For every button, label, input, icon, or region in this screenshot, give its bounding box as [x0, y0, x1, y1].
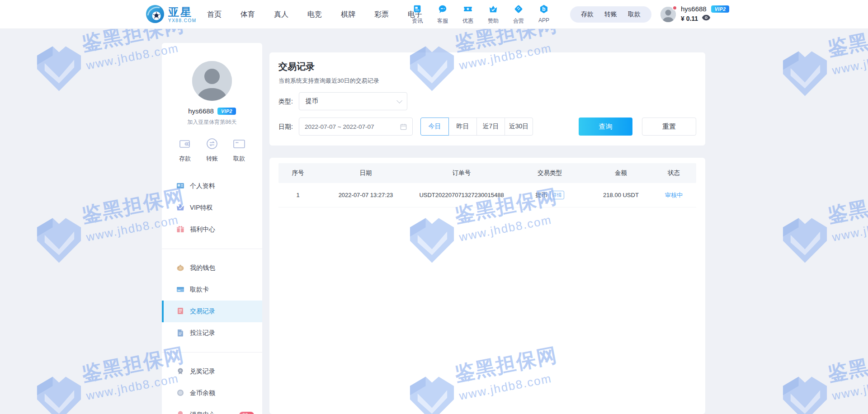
eye-icon[interactable]	[702, 14, 711, 23]
sidebar-item-transactions[interactable]: 交易记录	[162, 301, 262, 322]
partner-link[interactable]: 合营	[510, 4, 527, 25]
app-download-link[interactable]: b APP	[536, 4, 552, 25]
table-row: 1 2022-07-07 13:27:23 USDT20220707132723…	[278, 183, 696, 207]
col-status: 状态	[651, 163, 696, 183]
range-today-button[interactable]: 今日	[420, 118, 449, 136]
sidebar-item-welfare[interactable]: 福利中心	[162, 219, 262, 240]
vip-badge: VIP2	[711, 5, 730, 13]
cell-status[interactable]: 审核中	[651, 183, 696, 207]
document-icon	[176, 307, 184, 316]
sidebar-item-messages[interactable]: 消息中心 99+	[162, 404, 262, 414]
range-yesterday-button[interactable]: 昨日	[448, 118, 477, 136]
vip-badge: VIP2	[217, 108, 236, 115]
sponsor-link[interactable]: 赞助	[485, 4, 501, 25]
message-count-badge: 99+	[239, 412, 254, 414]
details-badge[interactable]: 详情	[550, 191, 564, 199]
promotions-link[interactable]: 优惠	[460, 4, 476, 25]
cell-type: 提币 详情	[509, 183, 590, 207]
nav-esports[interactable]: 电竞	[305, 10, 325, 19]
col-amount: 金额	[590, 163, 651, 183]
brand-logo[interactable]: 亚星 YX88.COM	[146, 5, 197, 25]
cell-amount: 218.00 USDT	[590, 183, 651, 207]
divider	[162, 352, 262, 353]
cell-date: 2022-07-07 13:27:23	[317, 183, 414, 207]
crown-icon	[488, 4, 498, 16]
sidebar-item-bet-records[interactable]: 投注记录	[162, 322, 262, 344]
range-7days-button[interactable]: 近7日	[476, 118, 505, 136]
bank-card-icon	[232, 137, 246, 152]
nav-sports[interactable]: 体育	[238, 10, 258, 19]
page-subtitle: 当前系统支持查询最近30日的交易记录	[278, 77, 379, 85]
news-link[interactable]: 资讯	[409, 4, 425, 25]
top-header: 亚星 YX88.COM 首页 体育 真人 电竞 棋牌 彩票 电子 资讯 客服	[0, 0, 868, 29]
header-quick-links: 资讯 客服 优惠 赞助 合营 b	[409, 4, 552, 25]
svg-text:b: b	[542, 6, 545, 12]
col-order: 订单号	[414, 163, 509, 183]
bell-icon	[176, 410, 184, 414]
withdraw-button[interactable]: 取款	[628, 10, 641, 19]
type-label: 类型:	[278, 92, 293, 110]
app-b-icon: b	[539, 4, 549, 16]
profile-sidebar: hys6688 VIP2 加入亚星体育第86天 存款 转账 取款 个人资料	[162, 43, 262, 414]
sidebar-quick-actions: 存款 转账 取款	[162, 137, 262, 163]
main-nav: 首页 体育 真人 电竞 棋牌 彩票 电子	[204, 0, 425, 29]
gift-icon	[176, 225, 184, 235]
table-header: 序号 日期 订单号 交易类型 金额 状态	[278, 163, 696, 183]
sidebar-item-wallet[interactable]: 我的钱包	[162, 257, 262, 279]
nav-lottery[interactable]: 彩票	[372, 10, 392, 19]
filter-card: 交易记录 当前系统支持查询最近30日的交易记录 类型: 提币 日期: 2022-…	[269, 52, 705, 146]
deposit-button[interactable]: 存款	[581, 10, 594, 19]
cell-order: USDT202207071327230015488	[414, 183, 509, 207]
nav-chess[interactable]: 棋牌	[338, 10, 358, 19]
chat-bubble-icon	[438, 4, 448, 16]
sidebar-item-profile[interactable]: 个人资料	[162, 175, 262, 197]
calendar-icon	[400, 123, 407, 130]
date-label: 日期:	[278, 118, 293, 136]
brand-domain: YX88.COM	[168, 19, 197, 23]
transfer-action[interactable]: 转账	[205, 137, 219, 163]
reset-button[interactable]: 重置	[642, 118, 696, 136]
customer-service-link[interactable]: 客服	[434, 4, 451, 25]
records-table-card: 序号 日期 订单号 交易类型 金额 状态 1 2022-07-07 13:27:…	[269, 158, 705, 414]
sidebar-item-withdraw-card[interactable]: 取款卡	[162, 279, 262, 301]
crown-icon	[176, 203, 184, 213]
header-username[interactable]: hys6688	[681, 5, 707, 13]
document-icon	[176, 329, 184, 338]
piggy-bank-icon	[176, 263, 184, 273]
joined-days-text: 加入亚星体育第86天	[162, 118, 262, 126]
sidebar-item-coin-balance[interactable]: 金币余额	[162, 382, 262, 404]
news-icon	[412, 4, 422, 16]
chevron-down-icon	[396, 98, 402, 104]
ticket-icon	[463, 4, 473, 16]
watermark: 鉴黑担保网www.jhdb8.com	[779, 35, 868, 99]
type-select[interactable]: 提币	[299, 92, 407, 110]
search-button[interactable]: 查询	[579, 118, 632, 136]
handshake-diamond-icon	[514, 4, 524, 16]
col-type: 交易类型	[509, 163, 590, 183]
bank-card-icon	[176, 285, 184, 295]
nav-home[interactable]: 首页	[204, 10, 224, 19]
football-logo-icon	[146, 5, 165, 25]
sidebar-item-prize-records[interactable]: 兑奖记录	[162, 361, 262, 382]
notification-dot	[672, 5, 677, 10]
medal-icon	[176, 367, 184, 376]
wallet-action-pill: 存款 转账 取款	[570, 6, 651, 23]
cell-no: 1	[278, 183, 317, 207]
coin-icon	[176, 389, 184, 398]
date-range-buttons: 今日 昨日 近7日 近30日	[420, 118, 533, 136]
withdraw-action[interactable]: 取款	[232, 137, 246, 163]
deposit-action[interactable]: 存款	[178, 137, 192, 163]
sidebar-username: hys6688	[188, 107, 214, 115]
balance-amount: ¥ 0.11	[681, 15, 698, 22]
divider	[162, 249, 262, 249]
wallet-icon	[178, 137, 192, 152]
transfer-circle-icon	[205, 137, 219, 152]
nav-live-casino[interactable]: 真人	[271, 10, 291, 19]
date-range-input[interactable]: 2022-07-07 ~ 2022-07-07	[299, 118, 413, 136]
page-title: 交易记录	[278, 61, 315, 73]
range-30days-button[interactable]: 近30日	[505, 118, 533, 136]
col-no: 序号	[278, 163, 317, 183]
sidebar-item-vip[interactable]: VIP特权	[162, 197, 262, 219]
avatar[interactable]	[192, 61, 232, 101]
transfer-button[interactable]: 转账	[604, 10, 617, 19]
